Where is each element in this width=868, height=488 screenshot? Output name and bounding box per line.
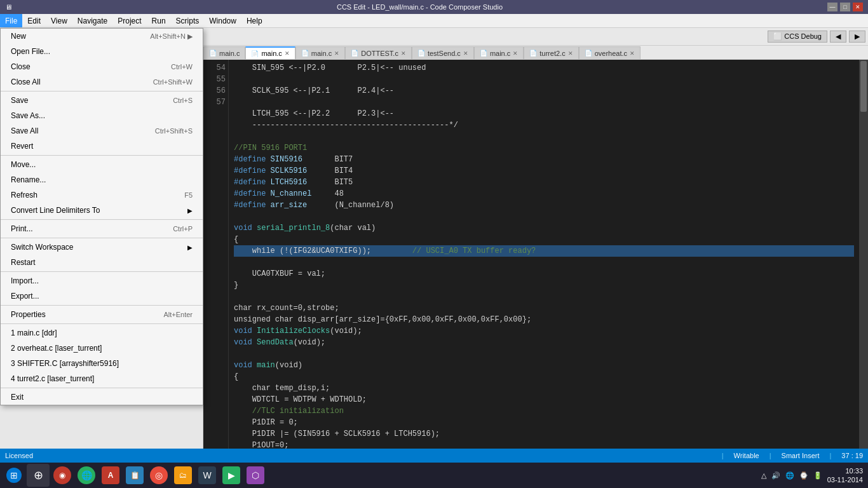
menu-recent-1[interactable]: 1 main.c [ddr]: [1, 325, 203, 341]
menu-save[interactable]: Save Ctrl+S: [1, 93, 203, 108]
menu-window[interactable]: Window: [204, 14, 241, 27]
start-button[interactable]: ⊞: [3, 464, 25, 487]
menu-run[interactable]: Run: [147, 14, 171, 27]
maximize-button[interactable]: □: [840, 3, 850, 11]
close-button[interactable]: ✕: [853, 3, 863, 11]
separator-1: [1, 91, 203, 92]
tab-main-c-2[interactable]: 📄 main.c ✕: [245, 46, 295, 59]
ccs-debug-btn[interactable]: ⬜ CCS Debug: [768, 30, 827, 43]
taskbar-app-4[interactable]: A: [99, 464, 122, 487]
scrollbar-thumb[interactable]: [860, 61, 867, 112]
clock: 10:33 03-11-2014: [827, 466, 863, 485]
separator-2: [1, 155, 203, 156]
menu-move[interactable]: Move...: [1, 157, 203, 172]
taskbar-icon-9: ▶: [222, 466, 240, 484]
menu-exit[interactable]: Exit: [1, 390, 203, 405]
taskbar-icon-5: 📋: [126, 466, 144, 484]
separator-6: [1, 305, 203, 306]
tab-main-c-3[interactable]: 📄 main.c ✕: [295, 46, 345, 59]
menu-recent-2[interactable]: 2 overheat.c [laser_turrent]: [1, 341, 203, 356]
menu-new[interactable]: New Alt+Shift+N ▶: [1, 29, 203, 44]
perspective-bar: ⬜ CCS Debug ◀ ▶: [203, 28, 868, 46]
menu-close[interactable]: Close Ctrl+W: [1, 59, 203, 74]
taskbar-icon-chrome: ◎: [150, 466, 168, 484]
tab-close-btn[interactable]: ✕: [630, 50, 635, 57]
tab-close-btn[interactable]: ✕: [401, 50, 406, 57]
tab-dottest[interactable]: 📄 DOTTEST.c ✕: [345, 46, 412, 59]
tray-icon-3: 🌐: [785, 471, 794, 480]
menu-export[interactable]: Export...: [1, 288, 203, 304]
tab-file-icon: 📄: [209, 50, 217, 57]
tab-close-btn[interactable]: ✕: [285, 50, 290, 57]
taskbar-app-5[interactable]: 📋: [123, 464, 146, 487]
tab-main-c-4[interactable]: 📄 main.c ✕: [474, 46, 524, 59]
taskbar-app-3[interactable]: 🌐: [75, 464, 98, 487]
tab-file-icon: 📄: [585, 50, 592, 57]
tab-turret2[interactable]: 📄 turret2.c ✕: [524, 46, 578, 59]
menu-project[interactable]: Project: [112, 14, 146, 27]
status-smart-insert: Smart Insert: [782, 452, 820, 459]
separator-5: [1, 271, 203, 272]
menu-view[interactable]: View: [46, 14, 72, 27]
tab-file-icon: 📄: [529, 50, 537, 57]
menu-open-file[interactable]: Open File...: [1, 44, 203, 59]
status-bar: Licensed | Writable | Smart Insert | 37 …: [0, 449, 868, 463]
tab-close-btn[interactable]: ✕: [568, 50, 573, 57]
persp-nav-left[interactable]: ◀: [830, 30, 846, 43]
menu-close-all[interactable]: Close All Ctrl+Shift+W: [1, 74, 203, 90]
windows-logo: ⊞: [6, 468, 22, 483]
title-bar: 🖥 CCS Edit - LED_wall/main.c - Code Comp…: [0, 0, 868, 14]
tray-icon-4: ⌚: [799, 471, 808, 480]
tab-testsend[interactable]: 📄 testSend.c ✕: [412, 46, 474, 59]
minimize-button[interactable]: —: [827, 3, 837, 11]
taskbar-app-7[interactable]: 🗂: [172, 464, 194, 487]
status-right: | Writable | Smart Insert | 37 : 19: [722, 452, 863, 459]
tab-close-btn[interactable]: ✕: [463, 50, 468, 57]
tab-close-btn[interactable]: ✕: [513, 50, 518, 57]
code-area[interactable]: SIN_595 <--|P2.0 P2.5|<-- unused SCLK_59…: [229, 60, 859, 449]
separator-4: [1, 238, 203, 238]
status-licensed: Licensed: [5, 452, 33, 459]
menu-revert[interactable]: Revert: [1, 139, 203, 154]
menu-bar: File Edit View Navigate Project Run Scri…: [0, 14, 868, 28]
menu-navigate[interactable]: Navigate: [72, 14, 112, 27]
menu-properties[interactable]: Properties Alt+Enter: [1, 307, 203, 322]
taskbar-app-9[interactable]: ▶: [220, 464, 243, 487]
tab-close-btn[interactable]: ✕: [334, 50, 339, 57]
taskbar-app-10[interactable]: ⬡: [244, 464, 267, 487]
line-numbers: 54 55 56 57: [203, 60, 229, 449]
menu-recent-3[interactable]: 3 SHIFTER.C [arrayshifter5916]: [1, 356, 203, 371]
persp-nav-right[interactable]: ▶: [849, 30, 865, 43]
menu-save-all[interactable]: Save All Ctrl+Shift+S: [1, 123, 203, 139]
tab-main-c-1[interactable]: 📄 main.c: [203, 46, 245, 59]
menu-restart[interactable]: Restart: [1, 255, 203, 270]
taskbar-app-1[interactable]: ⊕: [27, 464, 50, 487]
separator-3: [1, 219, 203, 220]
taskbar-app-8[interactable]: W: [196, 464, 219, 487]
menu-edit[interactable]: Edit: [22, 14, 46, 27]
menu-rename[interactable]: Rename...: [1, 172, 203, 187]
tab-overheat[interactable]: 📄 overheat.c ✕: [579, 46, 641, 59]
menu-switch-workspace[interactable]: Switch Workspace ▶: [1, 240, 203, 255]
editor-scrollbar-v[interactable]: [859, 60, 868, 449]
taskbar-app-6[interactable]: ◎: [147, 464, 170, 487]
tab-file-icon: 📄: [480, 50, 487, 57]
menu-import[interactable]: Import...: [1, 273, 203, 288]
file-dropdown-menu: New Alt+Shift+N ▶ Open File... Close Ctr…: [0, 28, 203, 405]
menu-save-as[interactable]: Save As...: [1, 108, 203, 123]
separator-7: [1, 323, 203, 324]
menu-help[interactable]: Help: [241, 14, 268, 27]
status-writable: Writable: [734, 452, 759, 459]
taskbar-app-2[interactable]: ◉: [51, 464, 74, 487]
date-display: 03-11-2014: [827, 475, 863, 484]
menu-print[interactable]: Print... Ctrl+P: [1, 221, 203, 236]
menu-refresh[interactable]: Refresh F5: [1, 187, 203, 203]
taskbar-icon-green: 🌐: [78, 466, 95, 484]
menu-file[interactable]: File: [0, 14, 22, 27]
taskbar-icon-red: ◉: [53, 466, 71, 484]
taskbar-icon-8: W: [198, 466, 216, 484]
window-icon: 🖥: [5, 3, 12, 11]
menu-scripts[interactable]: Scripts: [171, 14, 205, 27]
menu-recent-4[interactable]: 4 turret2.c [laser_turrent]: [1, 371, 203, 386]
menu-convert-line[interactable]: Convert Line Delimiters To ▶: [1, 203, 203, 218]
